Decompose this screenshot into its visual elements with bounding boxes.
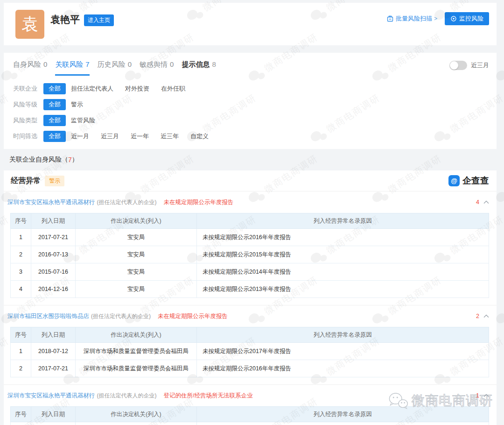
company-risk-text: 未在规定期限公示年度报告 <box>158 312 228 320</box>
risk-table: 序号列入日期作出决定机关(列入)列入经营异常名录原因12017-07-21宝安局… <box>10 213 489 298</box>
table-row: 12018-07-12深圳市市场和质量监督管理委员会福田局未按规定期限公示201… <box>11 343 489 360</box>
company-risk-text: 登记的住所/经营场所无法联系企业 <box>164 392 253 400</box>
company-relation: (担任法定代表人的企业) <box>91 312 151 320</box>
table-cell: 宝安局 <box>76 229 197 246</box>
tab-2[interactable]: 关联风险7 <box>55 60 89 76</box>
table-header-cell: 列入经营异常名录原因 <box>197 213 489 229</box>
company-name-link[interactable]: 深圳市宝安区福永艳平通讯器材行 <box>7 392 95 400</box>
table-cell: 2014-12-16 <box>31 281 76 298</box>
filter-selected[interactable]: 全部 <box>43 115 66 126</box>
table-cell: 宝安局 <box>76 246 197 263</box>
tab-5[interactable]: 提示信息8 <box>182 60 216 74</box>
tab-label: 自身风险 <box>13 60 41 68</box>
table-row: 42014-12-16宝安局未按规定期限公示2013年年度报告 <box>11 281 489 298</box>
filters: 关联企业全部担任法定代表人对外投资在外任职风险等级全部警示风险类型全部监管风险时… <box>4 75 497 144</box>
risk-tabs: 自身风险0关联风险7历史风险0敏感舆情0提示信息8 近三月 <box>4 53 497 75</box>
table-header-cell: 作出决定机关(列入) <box>76 213 197 229</box>
toggle-wrap: 近三月 <box>449 60 489 70</box>
batch-risk-scan-link[interactable]: 批量风险扫描 > <box>387 14 437 23</box>
filter-option[interactable]: 担任法定代表人 <box>71 85 113 93</box>
table-row: 12017-07-21宝安局未按规定期限公示2016年年度报告 <box>11 229 489 246</box>
group-count: 2 <box>476 313 479 319</box>
section-title-text: 关联企业自身风险（ <box>9 156 68 164</box>
monitor-risk-button[interactable]: 监控风险 <box>445 12 489 25</box>
group-collapse[interactable]: 1 <box>476 392 489 399</box>
filter-option[interactable]: 对外投资 <box>125 85 149 93</box>
table-header-cell: 列入日期 <box>31 213 76 229</box>
filter-option[interactable]: 近一年 <box>131 132 149 141</box>
table-header-cell: 序号 <box>11 407 31 422</box>
batch-scan-arrow: > <box>434 15 437 22</box>
scan-icon <box>387 15 393 22</box>
filter-selected[interactable]: 全部 <box>43 99 66 110</box>
table-row <box>11 422 489 425</box>
risk-table: 序号列入日期作出决定机关(列入)列入经营异常名录原因12018-07-12深圳市… <box>10 327 489 377</box>
section-count: 7 <box>68 156 72 163</box>
filter-row-4: 时间筛选全部近一月近三月近一年近三年自定义 <box>4 128 497 144</box>
table-row: 22016-07-13宝安局未按规定期限公示2015年年度报告 <box>11 246 489 263</box>
qichacha-brand[interactable]: @ 企查查 <box>448 175 489 187</box>
company-group-2: 深圳市福田区水围莎啦啦饰品店(担任法定代表人的企业)未在规定期限公示年度报告2序… <box>4 305 497 384</box>
tab-count: 0 <box>43 60 47 68</box>
table-cell: 2017-07-21 <box>31 360 76 377</box>
table-cell <box>11 422 31 425</box>
table-header-cell: 序号 <box>11 327 31 343</box>
table-cell: 1 <box>11 343 31 360</box>
filter-option[interactable]: 警示 <box>71 100 83 109</box>
group-collapse[interactable]: 2 <box>476 313 489 319</box>
filter-selected[interactable]: 全部 <box>43 131 66 142</box>
filter-selected[interactable]: 全部 <box>43 83 66 94</box>
filter-row-1: 关联企业全部担任法定代表人对外投资在外任职 <box>4 81 497 97</box>
table-cell: 未按规定期限公示2016年年度报告 <box>197 360 489 377</box>
table-cell: 2015-07-16 <box>31 263 76 281</box>
company-row: 深圳市宝安区福永艳平通讯器材行(担任法定代表人的企业)未在规定期限公示年度报告4 <box>7 191 489 213</box>
table-cell: 未按规定期限公示2017年年度报告 <box>197 343 489 360</box>
table-cell: 2017-07-21 <box>31 229 76 246</box>
wechat-logo-icon <box>387 391 409 410</box>
filter-option[interactable]: 在外任职 <box>161 85 185 93</box>
section-title-suffix: ） <box>72 156 78 164</box>
profile-header: 袁 袁艳平 进入主页 批量风险扫描 > 监控风险 <box>4 3 497 45</box>
tab-label: 关联风险 <box>55 60 83 68</box>
table-header-cell: 列入日期 <box>31 407 76 422</box>
table-cell <box>31 422 76 425</box>
tab-label: 敏感舆情 <box>140 60 168 68</box>
filter-option[interactable]: 自定义 <box>190 132 209 141</box>
tab-label: 提示信息 <box>182 60 210 68</box>
risk-tabs-card: 自身风险0关联风险7历史风险0敏感舆情0提示信息8 近三月 关联企业全部担任法定… <box>4 53 497 149</box>
chevron-up-icon[interactable] <box>483 314 489 318</box>
filter-label: 时间筛选 <box>13 132 43 141</box>
table-cell: 深圳市市场和质量监督管理委员会福田局 <box>76 343 197 360</box>
filter-option[interactable]: 近三年 <box>161 132 179 141</box>
filter-row-3: 风险类型全部监管风险 <box>4 113 497 128</box>
recent-3-months-toggle[interactable] <box>449 61 467 70</box>
table-cell: 未按规定期限公示2015年年度报告 <box>197 246 489 263</box>
tab-3[interactable]: 历史风险0 <box>98 60 132 74</box>
monitor-risk-label: 监控风险 <box>459 14 483 23</box>
table-cell: 1 <box>11 229 31 246</box>
group-count: 4 <box>476 199 479 205</box>
table-header-cell: 列入日期 <box>31 327 76 343</box>
company-name-link[interactable]: 深圳市宝安区福永艳平通讯器材行 <box>7 198 95 206</box>
filter-option[interactable]: 近一月 <box>71 132 89 141</box>
chevron-up-icon[interactable] <box>483 200 489 204</box>
table-cell: 2 <box>11 360 31 377</box>
filter-option[interactable]: 近三月 <box>101 132 119 141</box>
table-cell: 未按规定期限公示2014年年度报告 <box>197 263 489 281</box>
chevron-up-icon[interactable] <box>483 394 489 397</box>
company-name-link[interactable]: 深圳市福田区水围莎啦啦饰品店 <box>7 312 89 320</box>
person-name: 袁艳平 <box>50 13 80 26</box>
filter-label: 关联企业 <box>13 85 43 93</box>
tab-count: 0 <box>128 60 132 68</box>
table-cell <box>76 422 197 425</box>
table-row: 22017-07-21深圳市市场和质量监督管理委员会福田局未按规定期限公示201… <box>11 360 489 377</box>
company-risk-text: 未在规定期限公示年度报告 <box>164 198 234 206</box>
toggle-label: 近三月 <box>471 61 489 70</box>
panel-title: 经营异常 <box>11 176 41 186</box>
enter-homepage-button[interactable]: 进入主页 <box>84 14 114 26</box>
company-group-1: 深圳市宝安区福永艳平通讯器材行(担任法定代表人的企业)未在规定期限公示年度报告4… <box>4 191 497 305</box>
tab-4[interactable]: 敏感舆情0 <box>140 60 174 74</box>
filter-option[interactable]: 监管风险 <box>71 116 95 125</box>
tab-1[interactable]: 自身风险0 <box>13 60 47 74</box>
group-collapse[interactable]: 4 <box>476 199 489 205</box>
